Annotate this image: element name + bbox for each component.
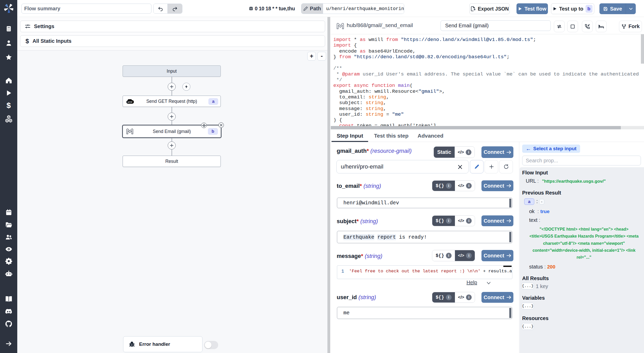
- svg-text:HTTP: HTTP: [128, 101, 132, 103]
